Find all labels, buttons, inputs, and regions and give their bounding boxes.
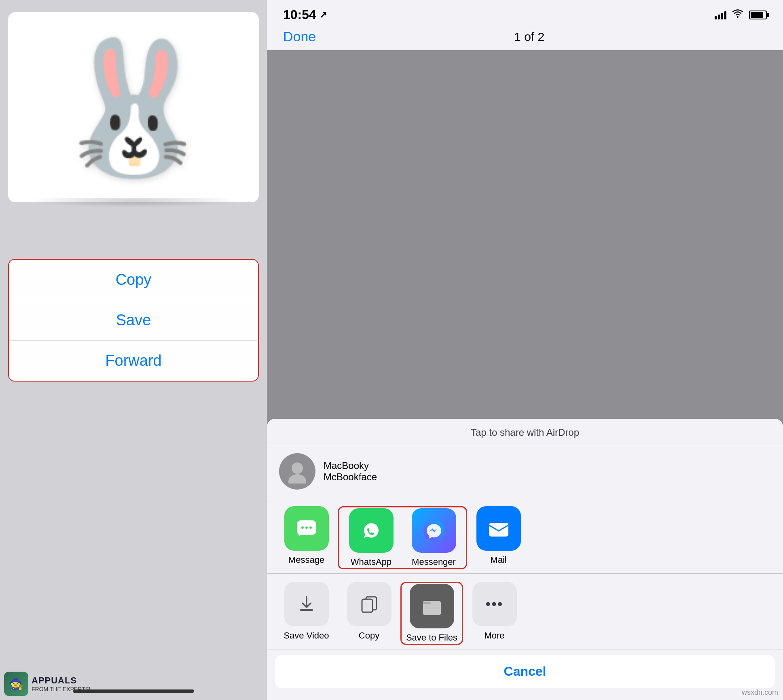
copy-action-label: Copy bbox=[359, 630, 379, 641]
messenger-app-label: Messenger bbox=[412, 557, 456, 567]
time-display: 10:54 bbox=[283, 7, 316, 22]
svg-point-1 bbox=[292, 462, 303, 474]
messenger-app-icon bbox=[412, 508, 456, 553]
app-item-mail[interactable]: Mail bbox=[467, 506, 530, 569]
svg-point-4 bbox=[301, 526, 304, 529]
action-item-copy[interactable]: Copy bbox=[338, 582, 400, 645]
whatsapp-app-icon bbox=[349, 508, 394, 553]
signal-bars-icon bbox=[715, 11, 726, 19]
status-icons bbox=[715, 8, 767, 21]
home-bar bbox=[73, 689, 194, 693]
mail-app-label: Mail bbox=[490, 555, 506, 565]
more-action-icon: ••• bbox=[472, 582, 517, 626]
rabbit-emoji: 🐰 bbox=[53, 42, 214, 172]
message-app-icon bbox=[284, 506, 329, 551]
more-dots-icon: ••• bbox=[486, 596, 504, 613]
svg-point-6 bbox=[309, 526, 312, 529]
app-icons-row: Message WhatsApp bbox=[267, 498, 783, 574]
location-arrow-icon: ↗ bbox=[320, 10, 327, 20]
card-shadow bbox=[8, 198, 259, 223]
left-panel: 🐰 Copy Save Forward 🧙 APPUALS FROM THE E… bbox=[0, 0, 267, 700]
mail-app-icon bbox=[476, 506, 521, 551]
context-menu: Copy Save Forward bbox=[8, 259, 259, 382]
svg-rect-10 bbox=[300, 609, 313, 611]
svg-rect-12 bbox=[362, 599, 372, 612]
save-video-label: Save Video bbox=[284, 630, 329, 641]
whatsapp-app-label: WhatsApp bbox=[351, 557, 392, 567]
right-panel: 10:54 ↗ bbox=[267, 0, 783, 700]
app-item-message[interactable]: Message bbox=[275, 506, 338, 569]
contact-row[interactable]: MacBooky McBookface bbox=[267, 445, 783, 498]
done-button[interactable]: Done bbox=[283, 29, 316, 45]
status-time: 10:54 ↗ bbox=[283, 7, 327, 22]
nav-bar: Done 1 of 2 bbox=[267, 26, 783, 50]
app-item-messenger[interactable]: Messenger bbox=[402, 508, 465, 567]
appuals-icon: 🧙 bbox=[4, 672, 28, 696]
copy-menu-item[interactable]: Copy bbox=[9, 260, 258, 300]
status-bar: 10:54 ↗ bbox=[267, 0, 783, 26]
forward-menu-item[interactable]: Forward bbox=[9, 341, 258, 381]
copy-action-icon bbox=[347, 582, 392, 626]
contact-avatar bbox=[279, 453, 315, 490]
share-sheet: Tap to share with AirDrop MacBooky McBoo… bbox=[267, 419, 783, 700]
battery-icon bbox=[749, 11, 767, 19]
contact-info: MacBooky McBookface bbox=[324, 460, 377, 483]
page-counter: 1 of 2 bbox=[514, 30, 544, 44]
action-item-save-video[interactable]: Save Video bbox=[275, 582, 338, 645]
wifi-icon bbox=[732, 8, 743, 21]
more-action-label: More bbox=[484, 630, 504, 641]
save-video-icon bbox=[284, 582, 329, 626]
save-to-files-label: Save to Files bbox=[406, 632, 457, 643]
action-item-more[interactable]: ••• More bbox=[463, 582, 526, 645]
message-app-label: Message bbox=[288, 555, 324, 565]
svg-point-2 bbox=[288, 474, 306, 484]
action-row: Save Video Copy bbox=[267, 574, 783, 649]
airdrop-hint: Tap to share with AirDrop bbox=[267, 419, 783, 445]
contact-name-line1: MacBooky bbox=[324, 460, 377, 471]
rabbit-card: 🐰 bbox=[8, 12, 259, 202]
cancel-button[interactable]: Cancel bbox=[275, 655, 775, 688]
svg-point-0 bbox=[737, 16, 739, 18]
save-to-files-icon bbox=[410, 584, 454, 628]
svg-rect-9 bbox=[489, 523, 508, 537]
whatsapp-messenger-highlight: WhatsApp bbox=[338, 506, 467, 569]
app-item-whatsapp[interactable]: WhatsApp bbox=[340, 508, 402, 567]
save-menu-item[interactable]: Save bbox=[9, 300, 258, 341]
appuals-name: APPUALS bbox=[32, 675, 91, 686]
action-item-save-to-files[interactable]: Save to Files bbox=[400, 582, 463, 645]
watermark: wsxdn.com bbox=[742, 688, 778, 697]
content-area: 🐰 Tap to share with AirDrop MacBooky McB… bbox=[267, 50, 783, 700]
contact-name-line2: McBookface bbox=[324, 471, 377, 483]
svg-point-5 bbox=[305, 526, 308, 529]
